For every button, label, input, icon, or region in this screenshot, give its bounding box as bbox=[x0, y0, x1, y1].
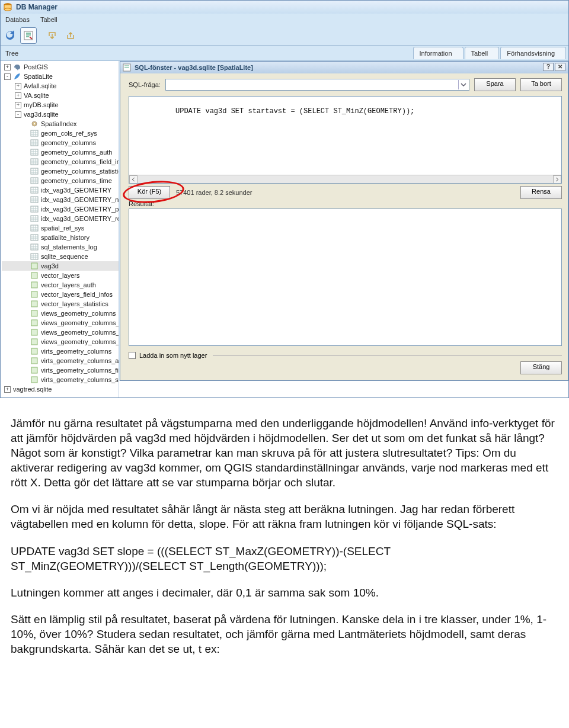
tree-node[interactable]: spatial_ref_sys bbox=[2, 223, 119, 233]
tree-root-spatialite[interactable]: - SpatiaLite bbox=[2, 72, 119, 81]
tree-db-vagtred[interactable]: + vagtred.sqlite bbox=[2, 384, 119, 394]
svg-rect-21 bbox=[31, 272, 37, 278]
tree-node[interactable]: geom_cols_ref_sys bbox=[2, 129, 119, 138]
refresh-button[interactable] bbox=[2, 27, 18, 44]
horizontal-scrollbar[interactable] bbox=[129, 175, 561, 183]
sql-query-label: SQL-fråga: bbox=[129, 81, 161, 88]
tree-node[interactable]: sqlite_sequence bbox=[2, 252, 119, 261]
expand-icon[interactable]: - bbox=[15, 111, 21, 118]
tree-node[interactable]: vector_layers_field_infos bbox=[2, 290, 119, 299]
tree-node[interactable]: spatialite_history bbox=[2, 233, 119, 242]
menu-database[interactable]: Databas bbox=[5, 16, 30, 23]
svg-rect-29 bbox=[31, 348, 37, 354]
scroll-left-icon[interactable] bbox=[129, 175, 138, 184]
tree-node[interactable]: views_geometry_columns_statistics bbox=[2, 337, 119, 347]
scroll-right-icon[interactable] bbox=[553, 175, 561, 184]
tree-node[interactable]: geometry_columns_time bbox=[2, 176, 119, 185]
tree-label: vector_layers bbox=[41, 271, 79, 280]
import-button[interactable] bbox=[44, 27, 60, 44]
tree-node[interactable]: views_geometry_columns_field_infos bbox=[2, 328, 119, 337]
tree-node[interactable]: vector_layers_auth bbox=[2, 280, 119, 290]
divider bbox=[213, 355, 562, 356]
tree-node[interactable]: virts_geometry_columns_auth bbox=[2, 356, 119, 365]
svg-rect-19 bbox=[31, 254, 38, 259]
menu-table[interactable]: Tabell bbox=[40, 16, 57, 23]
svg-rect-20 bbox=[31, 263, 37, 269]
tree-node[interactable]: vector_layers bbox=[2, 271, 119, 280]
sql-window-title: SQL-fönster - vag3d.sqlite [SpatiaLite] bbox=[135, 64, 253, 71]
expand-icon[interactable]: + bbox=[4, 64, 11, 70]
tree-label: views_geometry_columns_statistics bbox=[41, 337, 119, 347]
tree-label: idx_vag3d_GEOMETRY_parent bbox=[41, 204, 119, 214]
tree-node[interactable]: geometry_columns bbox=[2, 138, 119, 147]
help-button[interactable]: ? bbox=[543, 63, 554, 71]
expand-icon[interactable]: + bbox=[15, 83, 21, 89]
sql-editor[interactable]: UPDATE vag3d SET startavst = (SELECT ST_… bbox=[129, 96, 562, 184]
tree-db[interactable]: +VA.sqlite bbox=[2, 91, 119, 100]
tree-node[interactable]: idx_vag3d_GEOMETRY_node bbox=[2, 195, 119, 204]
save-button[interactable]: Spara bbox=[474, 78, 516, 91]
sql-query-combo[interactable] bbox=[165, 79, 469, 91]
tab-table[interactable]: Tabell bbox=[465, 47, 500, 59]
sql-window-button[interactable] bbox=[20, 27, 37, 44]
elephant-icon bbox=[13, 63, 21, 71]
tree-db[interactable]: +Avfall.sqlite bbox=[2, 81, 119, 91]
gear-icon bbox=[30, 120, 39, 128]
tree-node[interactable]: sql_statements_log bbox=[2, 242, 119, 252]
tree-node[interactable]: SpatialIndex bbox=[2, 119, 119, 129]
tree-node[interactable]: geometry_columns_field_infos bbox=[2, 157, 119, 166]
svg-rect-6 bbox=[31, 130, 38, 136]
chevron-down-icon bbox=[458, 80, 468, 89]
tree-node[interactable]: views_geometry_columns bbox=[2, 309, 119, 318]
tree-node[interactable]: vector_layers_statistics bbox=[2, 299, 119, 309]
tree-node[interactable]: views_geometry_columns_auth bbox=[2, 318, 119, 328]
close-button[interactable]: ✕ bbox=[555, 63, 565, 71]
expand-icon[interactable]: + bbox=[15, 92, 21, 99]
tree-node[interactable]: idx_vag3d_GEOMETRY_rowid bbox=[2, 214, 119, 223]
svg-rect-13 bbox=[31, 197, 38, 203]
svg-rect-11 bbox=[31, 178, 38, 184]
tree-label: sql_statements_log bbox=[41, 242, 97, 252]
tab-preview[interactable]: Förhandsvisning bbox=[500, 47, 566, 59]
layer-icon bbox=[30, 328, 39, 336]
export-button[interactable] bbox=[62, 27, 79, 44]
tree-node[interactable]: virts_geometry_columns_field_infos bbox=[2, 365, 119, 375]
collapse-icon[interactable]: - bbox=[4, 73, 11, 80]
run-button[interactable]: Kör (F5) bbox=[129, 186, 170, 199]
clear-button[interactable]: Rensa bbox=[520, 186, 562, 199]
layer-icon bbox=[30, 300, 39, 308]
expand-icon[interactable]: + bbox=[4, 386, 11, 393]
tree-node[interactable]: idx_vag3d_GEOMETRY bbox=[2, 185, 119, 195]
layer-icon bbox=[30, 357, 39, 365]
expand-icon[interactable]: + bbox=[15, 102, 21, 108]
tree-label: spatial_ref_sys bbox=[41, 223, 84, 233]
tree-panel-label: Tree bbox=[3, 49, 21, 58]
tab-information[interactable]: Information bbox=[413, 47, 463, 59]
tree-panel: + PostGIS - SpatiaLite +Avfall.sqlite+VA… bbox=[1, 61, 119, 397]
tree-node[interactable]: geometry_columns_auth bbox=[2, 147, 119, 157]
layer-icon bbox=[30, 271, 39, 280]
titlebar: DB Manager bbox=[1, 1, 568, 14]
svg-rect-31 bbox=[31, 367, 37, 373]
load-as-layer-checkbox[interactable] bbox=[129, 352, 136, 359]
tree-db[interactable]: +myDB.sqlite bbox=[2, 100, 119, 110]
tree-label: sqlite_sequence bbox=[41, 252, 88, 261]
tree-node[interactable]: idx_vag3d_GEOMETRY_parent bbox=[2, 204, 119, 214]
close-window-button[interactable]: Stäng bbox=[520, 361, 562, 374]
tree-node[interactable]: vag3d bbox=[2, 261, 119, 271]
sql-titlebar: SQL-fönster - vag3d.sqlite [SpatiaLite] … bbox=[120, 62, 568, 73]
tree-label: vector_layers_statistics bbox=[41, 299, 108, 309]
tree-node[interactable]: virts_geometry_columns bbox=[2, 347, 119, 356]
tree-node[interactable]: virts_geometry_columns_statistics bbox=[2, 375, 119, 384]
svg-rect-14 bbox=[31, 206, 38, 212]
table-icon bbox=[30, 205, 39, 213]
layer-icon bbox=[30, 319, 39, 327]
layer-icon bbox=[30, 366, 39, 374]
tree-db[interactable]: -vag3d.sqlite bbox=[2, 110, 119, 119]
svg-rect-30 bbox=[31, 358, 37, 364]
tabs-row: Tree Information Tabell Förhandsvisning bbox=[1, 46, 568, 61]
tree-root-postgis[interactable]: + PostGIS bbox=[2, 62, 119, 72]
tree-node[interactable]: geometry_columns_statistics bbox=[2, 166, 119, 176]
table-icon bbox=[30, 233, 39, 242]
delete-button[interactable]: Ta bort bbox=[520, 78, 562, 91]
